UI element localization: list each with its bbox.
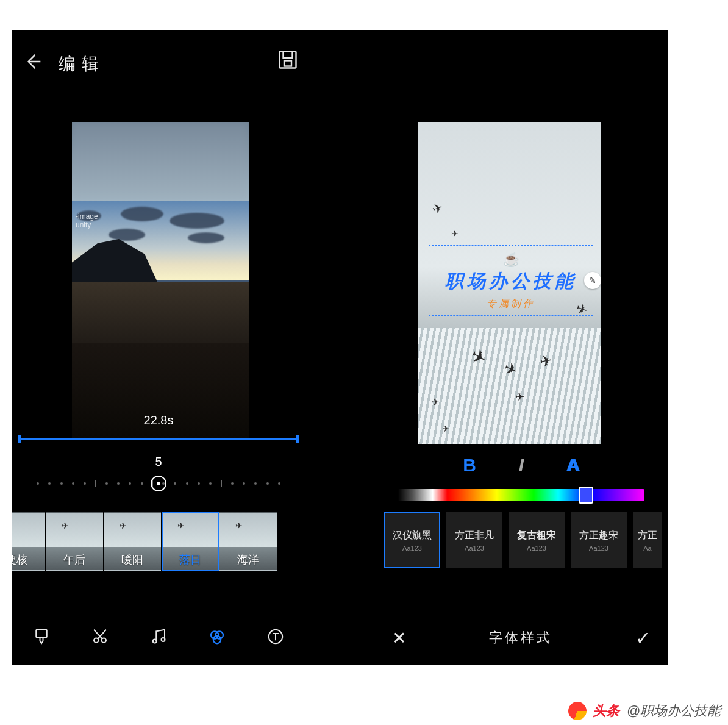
- back-icon[interactable]: [23, 51, 44, 77]
- font-name: 方正趣宋: [579, 529, 618, 542]
- font-option[interactable]: 方正 Aa: [633, 512, 662, 568]
- page-watermark: 头条 @职场办公技能: [567, 701, 721, 721]
- svg-point-9: [213, 636, 221, 644]
- duration-label: 22.8s: [12, 413, 305, 427]
- font-strip[interactable]: 汉仪旗黑 Aa123 方正非凡 Aa123 复古粗宋 Aa123 方正趣宋 Aa…: [384, 512, 668, 573]
- svg-point-8: [216, 631, 224, 639]
- panel-title: 字体样式: [489, 629, 552, 647]
- font-sample: Aa123: [402, 545, 422, 552]
- font-name: 汉仪旗黑: [393, 529, 432, 542]
- toutiao-logo-icon: [567, 701, 588, 721]
- video-preview[interactable]: -image unity: [72, 122, 249, 440]
- filter-option[interactable]: ✈ 暖阳: [104, 512, 161, 571]
- page-title: 编辑: [59, 52, 105, 76]
- font-sample: Aa: [643, 545, 651, 552]
- video-preview[interactable]: ✈ ✈ ✈ ✈ ✈ ✈ ✈ ✈ ✈ ☕ 职场办公技能 专属制作 ✎: [418, 122, 601, 444]
- filter-label: 落日: [163, 552, 218, 567]
- watermark-author: @职场办公技能: [627, 702, 721, 720]
- font-sample: Aa123: [465, 545, 484, 552]
- panel-footer: ✕ 字体样式 ✓: [375, 616, 668, 659]
- outline-toggle[interactable]: A: [566, 455, 580, 476]
- editor-header: 编辑: [12, 30, 305, 98]
- watermark-brand: 头条: [593, 702, 619, 720]
- filter-label: 硬核: [12, 552, 44, 567]
- font-option[interactable]: 复古粗宋 Aa123: [509, 512, 565, 568]
- font-name: 方正: [638, 529, 657, 542]
- svg-rect-1: [284, 61, 291, 66]
- bold-toggle[interactable]: B: [463, 455, 476, 476]
- edit-text-icon[interactable]: ✎: [584, 272, 601, 289]
- editor-text-style-screen: ✈ ✈ ✈ ✈ ✈ ✈ ✈ ✈ ✈ ☕ 职场办公技能 专属制作 ✎ B I A: [375, 30, 668, 665]
- svg-point-6: [162, 638, 165, 641]
- svg-point-5: [153, 640, 157, 643]
- filter-option[interactable]: ✈ 海洋: [219, 512, 277, 571]
- font-sample: Aa123: [589, 545, 608, 552]
- title-main: 职场办公技能: [437, 269, 585, 294]
- stage: 编辑 -image unity 22.8s: [12, 30, 668, 665]
- filter-label: 午后: [47, 552, 102, 567]
- filter-label: 海洋: [221, 552, 276, 567]
- cup-icon: ☕: [437, 252, 585, 268]
- slider-value: 5: [12, 455, 305, 469]
- color-slider-handle[interactable]: [579, 487, 593, 504]
- timeline-bar[interactable]: [18, 438, 299, 440]
- brush-icon[interactable]: [32, 627, 51, 648]
- filter-option[interactable]: ✈ 硬核: [12, 512, 45, 571]
- color-slider[interactable]: [398, 489, 644, 501]
- font-option[interactable]: 汉仪旗黑 Aa123: [384, 512, 440, 568]
- cut-icon[interactable]: [91, 627, 109, 648]
- filter-option[interactable]: ✈ 午后: [46, 512, 103, 571]
- font-name: 复古粗宋: [517, 529, 556, 542]
- text-overlay[interactable]: ☕ 职场办公技能 专属制作 ✎: [429, 245, 593, 316]
- svg-rect-2: [36, 630, 47, 638]
- font-option[interactable]: 方正非凡 Aa123: [446, 512, 502, 568]
- preview-watermark: -image unity: [76, 212, 98, 230]
- slider-knob[interactable]: [151, 476, 166, 491]
- font-sample: Aa123: [527, 545, 546, 552]
- font-name: 方正非凡: [455, 529, 494, 542]
- filter-icon[interactable]: [208, 627, 226, 648]
- italic-toggle[interactable]: I: [519, 455, 524, 476]
- music-icon[interactable]: [149, 627, 168, 648]
- editor-filters-screen: 编辑 -image unity 22.8s: [12, 30, 305, 665]
- intensity-slider[interactable]: 5: [12, 451, 305, 500]
- save-icon[interactable]: [277, 49, 299, 71]
- title-sub: 专属制作: [437, 298, 585, 310]
- editor-bottom-bar: [12, 616, 305, 659]
- close-icon[interactable]: ✕: [392, 628, 406, 648]
- confirm-icon[interactable]: ✓: [635, 627, 651, 649]
- font-option[interactable]: 方正趣宋 Aa123: [571, 512, 627, 568]
- filter-option[interactable]: ✈ 落日: [162, 512, 219, 571]
- filter-label: 暖阳: [105, 552, 160, 567]
- filter-strip[interactable]: ✈ 硬核 ✈ 午后 ✈ 暖阳 ✈ 落日 ✈ 海洋: [12, 512, 305, 573]
- text-style-toggles: B I A: [375, 450, 668, 480]
- text-icon[interactable]: [266, 627, 285, 648]
